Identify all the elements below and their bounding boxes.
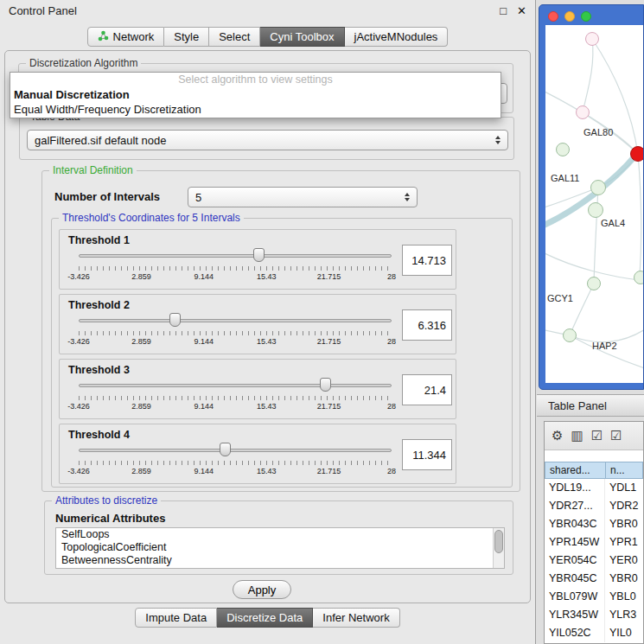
cell[interactable]: YLR3	[605, 606, 643, 624]
threshold-1-value-field[interactable]: 14.713	[402, 245, 452, 276]
table-row[interactable]: YER054C YER0	[545, 552, 643, 570]
bottom-tabbar: Impute Data Discretize Data Infer Networ…	[0, 608, 535, 628]
tick-label: 15.43	[257, 402, 277, 411]
table-row[interactable]: YDR27... YDR2	[545, 497, 643, 515]
group-label: Attributes to discretize	[52, 494, 161, 507]
cell[interactable]: YER0	[605, 552, 643, 570]
threshold-2-panel: Threshold 2 -3.426 2.859 9.144 15.43 21.…	[59, 294, 456, 354]
cell[interactable]: YBR043C	[545, 515, 605, 533]
table-row[interactable]: YPR145W YPR1	[545, 533, 643, 552]
column-header-shared-name[interactable]: shared...	[545, 462, 605, 479]
table-row[interactable]: YBR043C YBR0	[545, 515, 643, 533]
cell[interactable]: YER054C	[545, 552, 605, 570]
slider-track[interactable]	[79, 319, 392, 322]
network-node[interactable]	[585, 32, 599, 46]
attributes-scrollbar[interactable]	[493, 528, 504, 568]
tick-label: -3.426	[67, 402, 90, 411]
attributes-group: Attributes to discretize Numerical Attri…	[44, 501, 513, 575]
slider-ticks	[79, 396, 392, 400]
cell[interactable]: YDR27...	[545, 497, 605, 515]
slider-tick-labels: -3.426 2.859 9.144 15.43 21.715 28	[79, 467, 392, 476]
network-view-window[interactable]: GAL80 GAL11 GAL4 GCY1 HAP2	[539, 4, 644, 390]
mac-minimize-button[interactable]	[564, 11, 575, 22]
cell[interactable]: YBR0	[605, 515, 643, 533]
network-node[interactable]	[634, 271, 643, 284]
table-row[interactable]: YDL19... YDL1	[545, 479, 643, 497]
float-window-icon[interactable]: □	[500, 4, 507, 17]
threshold-label: Threshold 4	[68, 429, 130, 441]
cell[interactable]: YBL079W	[545, 588, 605, 606]
cell[interactable]: YIL052C	[545, 624, 605, 642]
tick-label: 2.859	[131, 467, 151, 475]
spinner-arrows-icon	[495, 136, 501, 144]
table-row[interactable]: YBR045C YBR0	[545, 570, 643, 588]
top-tabbar: Network Style Select Cyni Toolbox jActiv…	[0, 27, 535, 47]
tab-style[interactable]: Style	[164, 27, 209, 47]
gear-icon[interactable]: ⚙	[552, 428, 563, 443]
cell[interactable]: YPR145W	[545, 533, 605, 552]
slider-thumb[interactable]	[320, 378, 331, 392]
table-body: YDL19... YDL1 YDR27... YDR2 YBR043C YBR0…	[545, 479, 643, 643]
network-node[interactable]	[563, 328, 577, 342]
node-label: HAP2	[592, 341, 617, 351]
threshold-2-value-field[interactable]: 6.316	[402, 309, 452, 341]
list-item[interactable]: TopologicalCoefficient	[56, 541, 504, 554]
tab-select[interactable]: Select	[209, 27, 260, 47]
network-canvas[interactable]: GAL80 GAL11 GAL4 GCY1 HAP2	[545, 25, 643, 383]
list-item[interactable]: BetweennessCentrality	[56, 554, 504, 567]
dropdown-option-manual-discretization[interactable]: Manual Discretization	[10, 87, 501, 102]
list-item[interactable]: SelfLoops	[56, 528, 504, 541]
columns-icon[interactable]: ▥	[571, 428, 583, 443]
select-all-icon[interactable]: ☑	[591, 428, 603, 443]
cell[interactable]: YPR1	[605, 533, 643, 552]
cell[interactable]: YDL1	[605, 479, 643, 497]
tab-jactivemodules[interactable]: jActiveMNodules	[345, 27, 449, 47]
threshold-3-panel: Threshold 3 -3.426 2.859 9.144 15.43 21.…	[59, 359, 456, 419]
threshold-4-value-field[interactable]: 11.344	[402, 439, 452, 470]
slider-ticks	[79, 331, 392, 335]
table-row[interactable]: YBL079W YBL0	[545, 588, 643, 606]
cell[interactable]: YDR2	[605, 497, 643, 515]
scrollbar-thumb[interactable]	[494, 530, 503, 553]
network-node[interactable]	[587, 277, 601, 290]
cell[interactable]: YDL19...	[545, 479, 605, 497]
mac-zoom-button[interactable]	[581, 11, 591, 22]
slider-thumb[interactable]	[220, 443, 231, 456]
tab-impute-data[interactable]: Impute Data	[135, 608, 217, 628]
slider-track[interactable]	[79, 449, 392, 452]
network-node[interactable]	[588, 202, 603, 218]
slider-track[interactable]	[79, 384, 392, 387]
cell[interactable]: YBR045C	[545, 570, 605, 588]
slider-track[interactable]	[79, 254, 392, 258]
cell[interactable]: YIL0	[605, 624, 643, 642]
slider-thumb[interactable]	[253, 248, 265, 262]
table-row[interactable]: YLR345W YLR3	[545, 606, 643, 624]
number-of-intervals-select[interactable]: 5	[188, 187, 418, 207]
cell[interactable]: YBL0	[605, 588, 643, 606]
network-node[interactable]	[590, 180, 606, 195]
network-node-selected[interactable]	[630, 146, 643, 162]
slider-ticks	[79, 461, 392, 465]
table-data-select[interactable]: galFiltered.sif default node	[27, 130, 508, 150]
threshold-3-value-field[interactable]: 21.4	[402, 374, 452, 405]
apply-button[interactable]: Apply	[233, 580, 291, 599]
tab-cyni-toolbox[interactable]: Cyni Toolbox	[260, 27, 344, 47]
cell[interactable]: YBR0	[605, 570, 643, 588]
column-header-name[interactable]: n...	[605, 462, 643, 479]
mac-close-button[interactable]	[548, 11, 558, 22]
network-node[interactable]	[556, 143, 570, 156]
numerical-attributes-label: Numerical Attributes	[55, 512, 165, 525]
tick-label: 28	[387, 467, 396, 475]
tick-label: 21.715	[317, 402, 341, 411]
tab-network[interactable]: Network	[87, 27, 165, 47]
slider-thumb[interactable]	[169, 313, 181, 327]
table-row[interactable]: YIL052C YIL0	[545, 624, 643, 642]
network-node[interactable]	[576, 105, 590, 119]
tab-infer-network[interactable]: Infer Network	[313, 608, 399, 628]
tab-discretize-data[interactable]: Discretize Data	[217, 608, 313, 628]
close-icon[interactable]: ✕	[517, 4, 526, 17]
deselect-all-icon[interactable]: ☑	[610, 428, 622, 443]
tick-label: 9.144	[194, 402, 214, 411]
cell[interactable]: YLR345W	[545, 606, 605, 624]
dropdown-option-equal-width-frequency[interactable]: Equal Width/Frequency Discretization	[10, 102, 501, 117]
